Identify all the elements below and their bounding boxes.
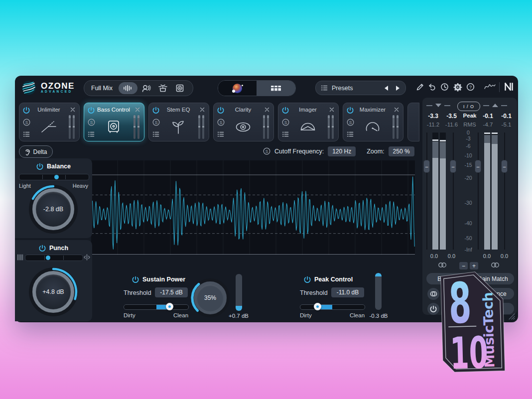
- module-chain-icon: [270, 85, 281, 92]
- level-meter-bar: [484, 133, 490, 250]
- tab-solo-icon[interactable]: S: [217, 119, 225, 126]
- input-gain-collapse[interactable]: [426, 104, 450, 107]
- history-icon[interactable]: [440, 83, 449, 91]
- io-toggle-button[interactable]: I / O: [457, 102, 480, 111]
- solo-icon[interactable]: S: [263, 147, 270, 155]
- module-tab-maximizer[interactable]: SMaximizer: [343, 103, 403, 141]
- waveform-display[interactable]: [91, 160, 415, 255]
- tab-power-icon[interactable]: [88, 107, 95, 114]
- cutoff-value-field[interactable]: 120 Hz: [328, 146, 356, 156]
- tab-solo-icon[interactable]: S: [23, 119, 30, 126]
- edit-pencil-icon[interactable]: [416, 83, 424, 91]
- zoom-value-field[interactable]: 250 %: [389, 146, 414, 156]
- source-bass-button[interactable]: [171, 84, 188, 92]
- gain-fader[interactable]: –: [501, 133, 508, 250]
- gain-fader-thumb[interactable]: –: [423, 160, 430, 173]
- gain-fader-thumb[interactable]: –: [501, 160, 508, 173]
- peak-label: Peak Control: [314, 276, 353, 283]
- tab-power-icon[interactable]: [152, 107, 159, 114]
- svg-text:?: ?: [469, 85, 472, 90]
- tab-label: Maximizer: [353, 107, 392, 113]
- balance-knob[interactable]: -2.8 dB: [29, 185, 78, 234]
- sustain-threshold-label: Threshold: [124, 289, 151, 296]
- punch-slider-thumb[interactable]: [46, 256, 50, 260]
- tab-close-icon[interactable]: [199, 107, 205, 113]
- tab-power-icon[interactable]: [282, 107, 289, 114]
- topbar-divider: [499, 82, 500, 92]
- bass-icon: [102, 116, 125, 138]
- zoom-out-meters-button[interactable]: −: [459, 262, 468, 269]
- tab-menu-icon[interactable]: [217, 131, 224, 137]
- peak-dirty-clean-slider[interactable]: [300, 304, 365, 310]
- tab-level-meter: [263, 115, 269, 139]
- module-tab-bass-control[interactable]: SBass Control: [84, 103, 144, 141]
- tab-close-icon[interactable]: [134, 107, 140, 113]
- master-power-button[interactable]: [427, 303, 439, 315]
- punch-knob[interactable]: +4.8 dB: [29, 267, 78, 316]
- gain-fader[interactable]: –: [423, 133, 430, 250]
- ni-logo: [503, 82, 514, 91]
- peak-power-icon[interactable]: [304, 276, 311, 283]
- module-tab-stem-eq[interactable]: SStem EQ: [148, 103, 209, 141]
- sustain-dirty-clean-slider[interactable]: [124, 304, 189, 310]
- tab-menu-icon[interactable]: [23, 131, 30, 137]
- tab-solo-icon[interactable]: S: [347, 119, 354, 126]
- gain-fader[interactable]: –: [450, 133, 456, 250]
- resize-grip[interactable]: [508, 312, 515, 320]
- balance-slider-thumb[interactable]: [54, 175, 59, 179]
- balance-min-label: Light: [19, 183, 31, 189]
- peak-threshold-label: Threshold: [300, 289, 328, 296]
- svg-text:S: S: [284, 120, 287, 125]
- tab-close-icon[interactable]: [329, 107, 335, 113]
- output-gain-collapse[interactable]: [483, 104, 507, 107]
- help-icon[interactable]: ?: [466, 83, 475, 91]
- tab-close-icon[interactable]: [264, 107, 270, 113]
- balance-power-icon[interactable]: [36, 163, 43, 170]
- tab-close-icon[interactable]: [394, 107, 399, 113]
- module-tab-unlimiter[interactable]: SUnlimiter: [19, 103, 80, 141]
- module-tab-imager[interactable]: SImager: [278, 103, 339, 141]
- punch-power-icon[interactable]: [39, 245, 46, 252]
- output-link-icon[interactable]: [490, 262, 500, 268]
- source-drums-button[interactable]: [154, 84, 171, 92]
- preset-next-button[interactable]: [396, 86, 399, 91]
- source-full-mix-button[interactable]: [119, 82, 137, 94]
- tab-menu-icon[interactable]: [282, 131, 289, 137]
- ab-compare-button[interactable]: [427, 288, 439, 300]
- module-tab-partial[interactable]: [407, 103, 419, 141]
- tab-menu-icon[interactable]: [88, 131, 95, 137]
- peak-threshold-field[interactable]: -11.0 dB: [331, 287, 364, 297]
- tab-solo-icon[interactable]: S: [152, 119, 160, 126]
- tab-solo-icon[interactable]: S: [88, 119, 95, 126]
- tab-power-icon[interactable]: [23, 107, 30, 114]
- punch-slider[interactable]: [25, 255, 83, 261]
- preset-prev-button[interactable]: [385, 86, 388, 91]
- module-tab-clarity[interactable]: SClarity: [213, 103, 274, 141]
- zoom-in-meters-button[interactable]: +: [470, 262, 478, 269]
- settings-gear-icon[interactable]: [453, 83, 462, 92]
- sustain-amount-knob[interactable]: 35%: [191, 278, 230, 317]
- tab-label: Clarity: [224, 107, 263, 113]
- sustain-power-icon[interactable]: [132, 276, 139, 283]
- vocals-icon: [141, 84, 151, 92]
- in-peak-r: -3.5: [442, 113, 461, 120]
- presets-bar[interactable]: Presets: [315, 81, 406, 95]
- gain-fader-thumb[interactable]: –: [450, 160, 456, 173]
- undo-icon[interactable]: [428, 83, 436, 91]
- tab-close-icon[interactable]: [70, 107, 76, 113]
- input-link-icon[interactable]: [437, 262, 447, 268]
- sustain-slider-thumb[interactable]: [166, 303, 173, 310]
- punch-value: +4.8 dB: [42, 288, 64, 295]
- source-vocals-button[interactable]: [137, 84, 154, 92]
- balance-slider[interactable]: [19, 174, 89, 180]
- tab-menu-icon[interactable]: [152, 131, 159, 137]
- delta-button[interactable]: Delta: [19, 145, 53, 158]
- ai-assistant-button[interactable]: [218, 81, 257, 96]
- sustain-threshold-field[interactable]: -17.5 dB: [155, 287, 188, 297]
- meter-scale-label: -20: [458, 175, 478, 181]
- module-chain-view-button[interactable]: [257, 81, 295, 96]
- tab-menu-icon[interactable]: [347, 131, 354, 137]
- tab-solo-icon[interactable]: S: [282, 119, 289, 126]
- tab-power-icon[interactable]: [217, 107, 224, 114]
- tab-power-icon[interactable]: [347, 107, 354, 114]
